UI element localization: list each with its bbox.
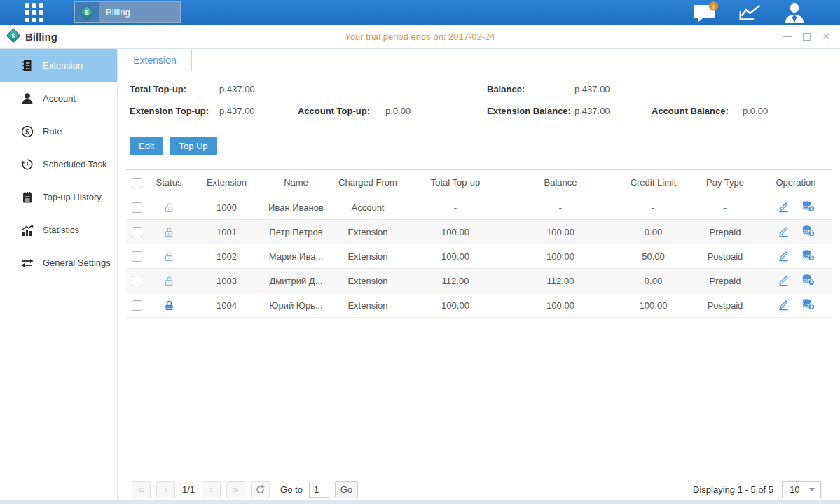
cell-pay-type: Prepaid	[690, 269, 760, 293]
unlocked-icon	[163, 251, 175, 262]
cell-balance: -	[504, 195, 617, 220]
table-row: 1000 Иван Иванов Account - - - - $	[126, 195, 832, 220]
balance-value: p.437.00	[574, 84, 610, 94]
svg-text:$: $	[85, 9, 89, 16]
edit-button[interactable]: Edit	[130, 136, 163, 155]
edit-extension-icon[interactable]	[777, 248, 790, 264]
extension-balance-label: Extension Balance:	[487, 106, 574, 116]
svg-text:$: $	[810, 304, 813, 310]
first-page-button[interactable]: «	[132, 481, 151, 498]
notification-badge: !	[712, 3, 715, 10]
col-balance: Balance	[504, 170, 617, 195]
row-checkbox[interactable]	[132, 300, 142, 311]
goto-label: Go to	[280, 484, 303, 495]
person-icon	[21, 92, 34, 105]
top-up-button[interactable]: Top Up	[170, 136, 216, 155]
refresh-button[interactable]	[251, 481, 270, 498]
extension-balance-value: p.437.00	[574, 106, 610, 116]
cell-name: Юрий Юрь...	[263, 293, 329, 318]
cell-extension: 1004	[191, 293, 263, 318]
sidebar-item-account[interactable]: Account	[0, 82, 117, 115]
prev-page-button[interactable]: ‹	[156, 481, 175, 498]
sidebar-item-label: Scheduled Task	[43, 159, 107, 169]
cell-pay-type: -	[690, 195, 760, 220]
refresh-icon	[255, 484, 266, 495]
sidebar-item-extension[interactable]: Extension	[0, 49, 117, 82]
billing-diamond-icon: $	[75, 2, 99, 22]
resource-monitor-icon[interactable]	[738, 3, 763, 22]
cell-credit-limit: 0.00	[617, 220, 690, 244]
desktop-topbar: $ Billing !	[0, 0, 840, 24]
edit-extension-icon[interactable]	[777, 224, 790, 239]
table-row: 1001 Петр Петров Extension 100.00 100.00…	[126, 220, 832, 244]
chevron-down-icon	[809, 488, 815, 491]
col-charged-from: Charged From	[329, 170, 406, 195]
row-checkbox[interactable]	[132, 251, 142, 262]
cell-name: Мария Ива...	[263, 244, 329, 269]
top-up-extension-icon[interactable]: $	[801, 224, 815, 239]
cell-charged-from: Extension	[329, 269, 406, 293]
extensions-table: Status Extension Name Charged From Total…	[126, 169, 832, 318]
minimize-icon[interactable]	[783, 36, 792, 37]
edit-extension-icon[interactable]	[777, 273, 790, 288]
cell-extension: 1000	[191, 195, 263, 220]
close-icon[interactable]: ✕	[822, 31, 830, 41]
top-up-extension-icon[interactable]: $	[801, 248, 815, 264]
col-status: Status	[147, 170, 191, 195]
cell-balance: 100.00	[504, 293, 617, 318]
cell-pay-type: Prepaid	[690, 220, 760, 244]
row-checkbox[interactable]	[132, 227, 142, 237]
tab-extension[interactable]: Extension	[118, 49, 192, 71]
sidebar-item-general-settings[interactable]: General Settings	[0, 246, 117, 279]
sidebar-item-rate[interactable]: $ Rate	[0, 115, 117, 148]
last-page-button[interactable]: »	[226, 481, 245, 498]
cell-pay-type: Postpaid	[690, 244, 760, 269]
svg-text:$: $	[810, 255, 813, 261]
unlocked-icon	[163, 275, 175, 287]
goto-page-input[interactable]	[309, 482, 329, 498]
total-topup-value: p.437.00	[219, 84, 255, 94]
row-checkbox[interactable]	[132, 276, 142, 286]
select-all-checkbox[interactable]	[132, 178, 142, 188]
taskbar-tab-billing[interactable]: $ Billing	[74, 1, 181, 23]
cell-credit-limit: 100.00	[617, 293, 690, 318]
edit-extension-icon[interactable]	[777, 200, 790, 215]
transfer-arrows-icon	[21, 257, 34, 270]
edit-extension-icon[interactable]	[777, 298, 790, 313]
col-operation: Operation	[760, 170, 832, 195]
sidebar-item-statistics[interactable]: Statistics	[0, 214, 117, 246]
extension-topup-value: p.437.00	[219, 106, 255, 116]
taskbar-tab-label: Billing	[106, 7, 130, 18]
row-checkbox[interactable]	[132, 202, 142, 213]
col-pay-type: Pay Type	[690, 170, 760, 195]
maximize-icon[interactable]	[803, 33, 811, 41]
cell-extension: 1003	[191, 269, 263, 293]
displaying-text: Displaying 1 - 5 of 5	[693, 484, 773, 495]
notifications-icon[interactable]: !	[693, 1, 719, 23]
account-topup-label: Account Top-up:	[298, 106, 385, 116]
top-up-extension-icon[interactable]: $	[801, 200, 815, 215]
cell-total-topup: -	[406, 195, 504, 220]
content-panel: Extension Total Top-up: p.437.00 Balance…	[118, 49, 840, 504]
user-account-icon[interactable]	[783, 2, 806, 23]
sidebar-item-topup-history[interactable]: Top-up History	[0, 181, 117, 214]
next-page-button[interactable]: ›	[202, 481, 221, 498]
cell-charged-from: Extension	[329, 220, 406, 244]
top-up-extension-icon[interactable]: $	[801, 298, 815, 313]
cell-name: Дмитрий Д...	[263, 269, 329, 293]
cell-credit-limit: 0.00	[617, 269, 690, 293]
top-up-extension-icon[interactable]: $	[801, 273, 815, 288]
cell-credit-limit: 50.00	[617, 244, 690, 269]
app-launcher-icon[interactable]	[25, 4, 43, 22]
cell-balance: 100.00	[504, 220, 617, 244]
bar-chart-icon	[21, 224, 34, 237]
notepad-icon	[21, 191, 34, 204]
billing-app-icon: $	[6, 28, 21, 46]
table-row: 1002 Мария Ива... Extension 100.00 100.0…	[126, 244, 832, 269]
sidebar-item-label: Rate	[43, 126, 62, 136]
sidebar-item-scheduled-task[interactable]: Scheduled Task	[0, 148, 117, 181]
page-size-select[interactable]: 10	[782, 481, 821, 498]
cell-total-topup: 100.00	[406, 244, 504, 269]
sidebar-item-label: General Settings	[43, 258, 111, 268]
go-button[interactable]: Go	[335, 481, 358, 498]
